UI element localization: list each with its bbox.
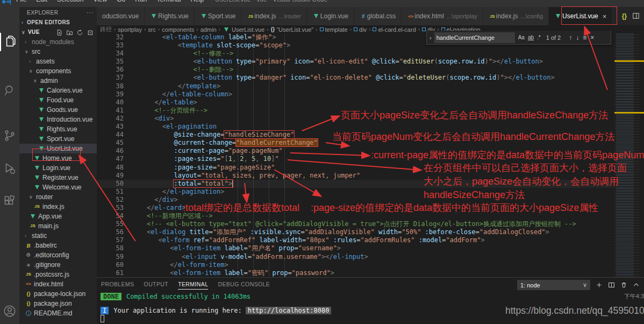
- code-line-37[interactable]: 37 <el-button type="danger" icon="el-ico…: [97, 74, 614, 82]
- search-icon[interactable]: [3, 83, 17, 97]
- tree-item-app-vue[interactable]: App.vue: [19, 212, 97, 221]
- tree-item-index-html[interactable]: <>index.html: [19, 279, 97, 289]
- code-editor[interactable]: 32 <el-table-column label="操作">33 <templ…: [97, 33, 644, 277]
- regex-icon[interactable]: .*: [537, 34, 541, 40]
- localhost-link[interactable]: http://localhost:8080: [246, 307, 332, 314]
- tree-item-sport-vue[interactable]: Sport.vue: [19, 134, 97, 144]
- code-line-56[interactable]: 56 <el-dialog title="添加用户" :visible.sync…: [97, 228, 614, 236]
- new-file-icon[interactable]: [56, 29, 63, 36]
- account-icon[interactable]: [3, 304, 17, 318]
- menu-file[interactable]: File: [16, 0, 26, 3]
- find-previous-icon[interactable]: ↑: [569, 34, 572, 41]
- code-line-46[interactable]: 46 :current-page="page.pageNum": [97, 147, 614, 155]
- source-control-icon[interactable]: [3, 129, 17, 143]
- tree-item-home-vue[interactable]: Home.vue: [19, 153, 97, 163]
- tree-item-components[interactable]: ∨components: [19, 66, 97, 76]
- find-in-selection-icon[interactable]: ≡: [583, 34, 586, 41]
- tree-item-register-vue[interactable]: Register.vue: [19, 173, 97, 182]
- tree-item-introduction-vue[interactable]: Introduction.vue: [19, 115, 97, 124]
- new-terminal-icon[interactable]: [596, 281, 603, 288]
- split-terminal-icon[interactable]: [608, 281, 615, 288]
- panel-tab-terminal[interactable]: TERMINAL: [178, 281, 208, 290]
- split-editor-icon[interactable]: [632, 12, 640, 21]
- code-line-57[interactable]: 57 <el-form ref="addFormRef" label-width…: [97, 236, 614, 244]
- terminal-select[interactable]: 1: node ∨: [517, 280, 590, 290]
- breadcrumb-item-8[interactable]: div: [354, 26, 367, 33]
- code-line-39[interactable]: 39 </el-table-column>: [97, 90, 614, 98]
- code-line-36[interactable]: 36 <!--删除-->: [97, 66, 614, 74]
- code-line-50[interactable]: 50 :total="total">: [97, 180, 614, 188]
- tree-item-userlist-vue[interactable]: UserList.vue: [19, 144, 97, 153]
- code-line-52[interactable]: 52 </div>: [97, 196, 614, 204]
- tree-item-login-vue[interactable]: Login.vue: [19, 163, 97, 173]
- tree-item-goods-vue[interactable]: Goods.vue: [19, 105, 97, 115]
- breadcrumb-item-0[interactable]: 路径: [100, 25, 112, 33]
- menu-go[interactable]: Go: [117, 0, 125, 3]
- tree-item-src[interactable]: ∨src: [19, 47, 97, 57]
- extensions-icon[interactable]: [3, 194, 17, 208]
- panel-tab-output[interactable]: OUTPUT: [144, 281, 169, 290]
- collapse-all-icon[interactable]: [87, 29, 94, 36]
- workspace-section-header[interactable]: ∨VUE: [19, 27, 97, 37]
- maximize-panel-icon[interactable]: [633, 281, 640, 288]
- find-expand-icon[interactable]: ›: [427, 34, 434, 41]
- breadcrumb-item-3[interactable]: components: [162, 26, 194, 33]
- breadcrumb-item-7[interactable]: template: [320, 26, 348, 33]
- tree-item--editorconfig[interactable]: ⚙.editorconfig: [19, 250, 97, 260]
- code-line-44[interactable]: 44 @size-change="handleSizeChange": [97, 131, 614, 139]
- find-next-icon[interactable]: ↓: [576, 34, 579, 41]
- tab-index-html[interactable]: <>index.html...\sportplay: [402, 7, 483, 25]
- code-line-51[interactable]: 51 </el-pagination>: [97, 188, 614, 196]
- tree-item-assets[interactable]: ›assets: [19, 57, 97, 66]
- code-line-55[interactable]: 55 <!-- <el-button type="text" @click="a…: [97, 220, 614, 228]
- tree-item-package-lock-json[interactable]: {}package-lock.json: [19, 289, 97, 299]
- breadcrumb-item-1[interactable]: sportplay: [118, 26, 142, 33]
- tab-sport-vue[interactable]: Sport.vue: [195, 7, 241, 25]
- new-folder-icon[interactable]: [66, 29, 73, 36]
- code-line-47[interactable]: 47 :page-sizes="[1, 2, 5, 10]": [97, 155, 614, 163]
- braces-action-icon[interactable]: {}: [622, 12, 627, 20]
- menu-edit[interactable]: Edit: [36, 0, 47, 3]
- code-line-49[interactable]: 49 layout="total, sizes, prev, pager, ne…: [97, 172, 614, 180]
- find-input[interactable]: handleCurrentChange: [434, 32, 515, 43]
- tab-global-css[interactable]: #global.css: [354, 7, 402, 25]
- code-line-61[interactable]: 61 <el-form-item label="密码" prop="passwo…: [97, 269, 614, 277]
- tree-item-admin[interactable]: ∨admin: [19, 76, 97, 86]
- tree-item-index-js[interactable]: JSindex.js: [19, 202, 97, 212]
- tree-item--postcssrc-js[interactable]: JS.postcssrc.js: [19, 270, 97, 279]
- kill-terminal-icon[interactable]: [620, 281, 627, 288]
- menu-run[interactable]: Run: [135, 0, 147, 3]
- tab-userlist-vue[interactable]: UserList.vue×: [549, 7, 612, 25]
- code-line-45[interactable]: 45 @current-change="handleCurrentChange": [97, 139, 614, 147]
- code-line-60[interactable]: 60 </el-form-item>: [97, 261, 614, 269]
- breadcrumb-item-6[interactable]: {}"UserList.vue": [270, 26, 313, 33]
- refresh-icon[interactable]: [76, 29, 83, 36]
- tree-item-readme-md[interactable]: iREADME.md: [19, 308, 97, 318]
- tree-item-calories-vue[interactable]: Calories.vue: [19, 86, 97, 95]
- code-line-59[interactable]: 59 <el-input v-model="addForm.username">…: [97, 253, 614, 261]
- tab-rights-vue[interactable]: Rights.vue: [145, 7, 195, 25]
- minimap[interactable]: [614, 33, 644, 277]
- breadcrumb-item-4[interactable]: admin: [201, 26, 217, 33]
- code-line-42[interactable]: 42 <div>: [97, 115, 614, 123]
- tab-close-icon[interactable]: ×: [603, 12, 607, 20]
- panel-tab-problems[interactable]: PROBLEMS: [101, 281, 134, 290]
- tree-item-food-vue[interactable]: Food.vue: [19, 95, 97, 105]
- menu-selection[interactable]: Selection: [57, 0, 83, 3]
- tab-index-js[interactable]: JSindex.js...\router: [241, 7, 307, 25]
- match-case-icon[interactable]: Aa: [518, 34, 525, 40]
- code-line-53[interactable]: 53 </el-card>: [97, 204, 614, 212]
- breadcrumb-item-5[interactable]: UserList.vue: [223, 26, 264, 33]
- code-line-40[interactable]: 40 </el-table>: [97, 98, 614, 107]
- code-line-38[interactable]: 38 </template>: [97, 82, 614, 90]
- menu-view[interactable]: View: [93, 0, 107, 3]
- explorer-more-actions[interactable]: ···: [87, 10, 94, 18]
- tree-item-router[interactable]: ∨router: [19, 192, 97, 202]
- menu-terminal[interactable]: Terminal: [156, 0, 181, 3]
- code-line-43[interactable]: 43 <el-pagination: [97, 123, 614, 131]
- tab-oduction-vue[interactable]: oduction.vue: [97, 7, 145, 25]
- code-line-34[interactable]: 34 <!--修改-->: [97, 50, 614, 58]
- breadcrumb-item-2[interactable]: src: [148, 26, 156, 33]
- find-close-icon[interactable]: ×: [590, 34, 594, 41]
- code-line-35[interactable]: 35 <el-button type="primary" icon="el-ic…: [97, 58, 614, 66]
